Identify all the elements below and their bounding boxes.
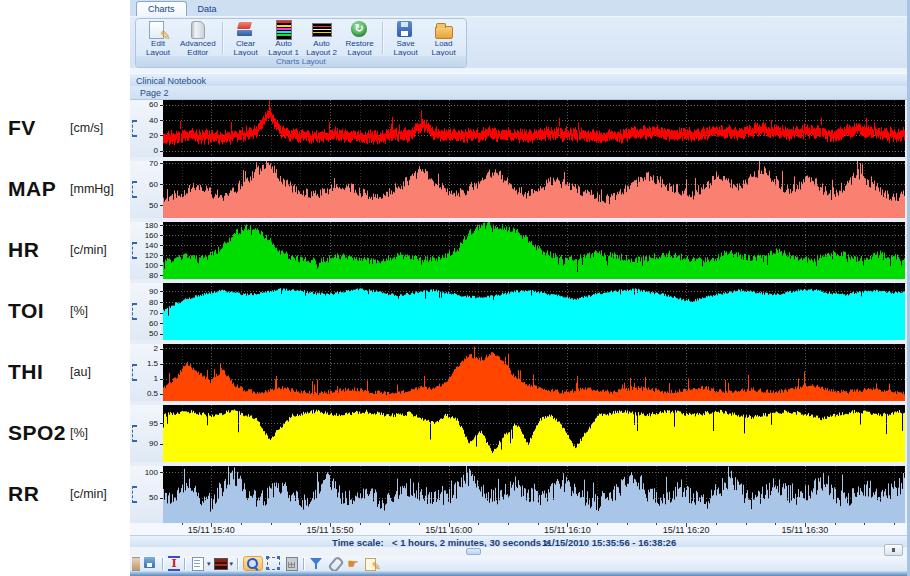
horizontal-scrollbar[interactable] bbox=[130, 547, 907, 556]
y-tick-label: 60 bbox=[149, 100, 158, 109]
chart-panel-spo2: 9590 bbox=[130, 405, 907, 462]
y-tick-label: 120 bbox=[145, 251, 158, 260]
y-tick-label: 100 bbox=[145, 468, 158, 477]
y-axis-range-slider[interactable] bbox=[132, 120, 137, 137]
plot-map[interactable] bbox=[163, 161, 905, 218]
chart-panel-thi: 21.510.5 bbox=[130, 344, 907, 401]
y-axis-range-slider[interactable] bbox=[132, 425, 137, 442]
plot-fv[interactable] bbox=[163, 100, 905, 157]
plot-hr[interactable] bbox=[163, 222, 905, 279]
y-tick-label: 70 bbox=[149, 161, 158, 168]
dropdown-caret-icon[interactable]: ▾ bbox=[207, 560, 211, 568]
time-tick-mark bbox=[864, 523, 865, 525]
signal-label-row-toi: TOI[%] bbox=[0, 297, 130, 325]
y-axis-range-slider[interactable] bbox=[132, 486, 137, 503]
save-icon[interactable] bbox=[142, 556, 158, 571]
tab-charts[interactable]: Charts bbox=[136, 1, 187, 16]
y-axis-rr: 10050 bbox=[130, 466, 163, 523]
zoom-icon[interactable] bbox=[243, 556, 263, 571]
time-tick-mark bbox=[182, 523, 183, 525]
toolbar-separator bbox=[162, 558, 164, 570]
y-axis-range-slider[interactable] bbox=[132, 303, 137, 320]
calculator-icon[interactable] bbox=[283, 556, 299, 571]
plot-thi[interactable] bbox=[163, 344, 905, 401]
charts-area: 6040200706050180160140120100809080706050… bbox=[130, 100, 907, 523]
filter-icon[interactable] bbox=[309, 556, 325, 571]
plot-rr[interactable] bbox=[163, 466, 905, 523]
signal-name-rr: RR bbox=[8, 482, 39, 506]
dropdown-caret-icon[interactable]: ▾ bbox=[230, 560, 234, 568]
signal-unit-fv: [cm/s] bbox=[70, 121, 103, 135]
ribbon-buttons: EditLayoutAdvancedEditorClearLayoutAutoL… bbox=[136, 19, 466, 56]
time-tick-label: 15/11 16:10 bbox=[544, 525, 591, 535]
y-axis-range-slider[interactable] bbox=[132, 181, 137, 198]
time-tick-label: 15/11 15:40 bbox=[188, 525, 235, 535]
y-tick-label: 50 bbox=[149, 201, 158, 210]
page-list-icon[interactable] bbox=[190, 556, 206, 571]
time-tick-mark bbox=[894, 523, 895, 525]
edit-layout-button[interactable]: EditLayout bbox=[139, 20, 177, 56]
hand-icon[interactable]: ☛ bbox=[345, 556, 361, 571]
scrollbar-thumb[interactable] bbox=[466, 548, 481, 555]
load-layout-button[interactable]: LoadLayout bbox=[425, 20, 463, 56]
time-tick-label: 15/11 16:30 bbox=[781, 525, 828, 535]
auto-layout-2-icon bbox=[311, 20, 333, 40]
y-tick-label: 0.5 bbox=[147, 389, 158, 398]
y-tick-label: 2 bbox=[154, 344, 158, 353]
time-tick-mark bbox=[419, 523, 420, 525]
signal-unit-hr: [c/min] bbox=[70, 243, 107, 257]
toolbar-separator bbox=[303, 558, 305, 570]
time-tick-label: 15/11 16:20 bbox=[663, 525, 710, 535]
signal-name-map: MAP bbox=[8, 177, 56, 201]
signal-name-toi: TOI bbox=[8, 299, 44, 323]
signal-label-row-hr: HR[c/min] bbox=[0, 236, 130, 264]
marker-icon[interactable]: I bbox=[168, 556, 180, 571]
y-tick-label: 160 bbox=[145, 231, 158, 240]
selection-icon[interactable] bbox=[265, 556, 281, 571]
clinical-notebook-bar: Clinical Notebook bbox=[130, 73, 907, 86]
signal-unit-spo2: [%] bbox=[70, 426, 88, 440]
signal-unit-toi: [%] bbox=[70, 304, 88, 318]
signal-name-spo2: SPO2 bbox=[8, 421, 66, 445]
plot-spo2[interactable] bbox=[163, 405, 905, 462]
chart-panel-toi: 9080706050 bbox=[130, 283, 907, 340]
charts-layout-group: EditLayoutAdvancedEditorClearLayoutAutoL… bbox=[135, 18, 467, 68]
advanced-editor-button[interactable]: AdvancedEditor bbox=[177, 20, 219, 56]
y-tick-label: 50 bbox=[149, 329, 158, 338]
ribbon-body: EditLayoutAdvancedEditorClearLayoutAutoL… bbox=[130, 17, 907, 68]
scrollbar-corner-button[interactable] bbox=[884, 544, 903, 556]
time-tick-label: 15/11 16:00 bbox=[425, 525, 472, 535]
y-tick-label: 0 bbox=[154, 146, 158, 155]
tab-data[interactable]: Data bbox=[187, 2, 228, 16]
edit-icon[interactable] bbox=[363, 556, 379, 571]
y-axis-thi: 21.510.5 bbox=[130, 344, 163, 401]
chart-panel-rr: 10050 bbox=[130, 466, 907, 523]
time-tick-mark bbox=[627, 523, 628, 525]
signal-label-row-fv: FV[cm/s] bbox=[0, 114, 130, 142]
clear-layout-button[interactable]: ClearLayout bbox=[227, 20, 265, 56]
page-bar[interactable]: Page 2 bbox=[130, 86, 907, 100]
chart-style-icon[interactable] bbox=[213, 556, 229, 571]
y-axis-range-slider[interactable] bbox=[132, 364, 137, 381]
y-axis-map: 706050 bbox=[130, 161, 163, 218]
time-tick-mark bbox=[508, 523, 509, 525]
attachment-icon[interactable] bbox=[327, 556, 343, 571]
auto-layout-1-button[interactable]: AutoLayout 1 bbox=[265, 20, 303, 56]
auto-layout-2-button[interactable]: AutoLayout 2 bbox=[303, 20, 341, 56]
ribbon: ChartsData EditLayoutAdvancedEditorClear… bbox=[130, 0, 907, 68]
y-tick-label: 140 bbox=[145, 241, 158, 250]
toolbar-separator bbox=[237, 558, 239, 570]
signal-name-fv: FV bbox=[8, 116, 36, 140]
y-tick-label: 100 bbox=[145, 261, 158, 270]
y-axis-range-slider[interactable] bbox=[132, 242, 137, 259]
restore-layout-button[interactable]: RestoreLayout bbox=[341, 20, 379, 56]
signal-name-hr: HR bbox=[8, 238, 39, 262]
time-tick-mark bbox=[656, 523, 657, 525]
save-layout-button[interactable]: SaveLayout bbox=[387, 20, 425, 56]
advanced-editor-icon bbox=[187, 20, 209, 40]
time-axis: 15/11 15:4015/11 15:5015/11 16:0015/11 1… bbox=[130, 523, 907, 535]
print-icon[interactable] bbox=[132, 556, 140, 571]
time-tick-mark bbox=[478, 523, 479, 525]
y-tick-label: 180 bbox=[145, 222, 158, 230]
plot-toi[interactable] bbox=[163, 283, 905, 340]
